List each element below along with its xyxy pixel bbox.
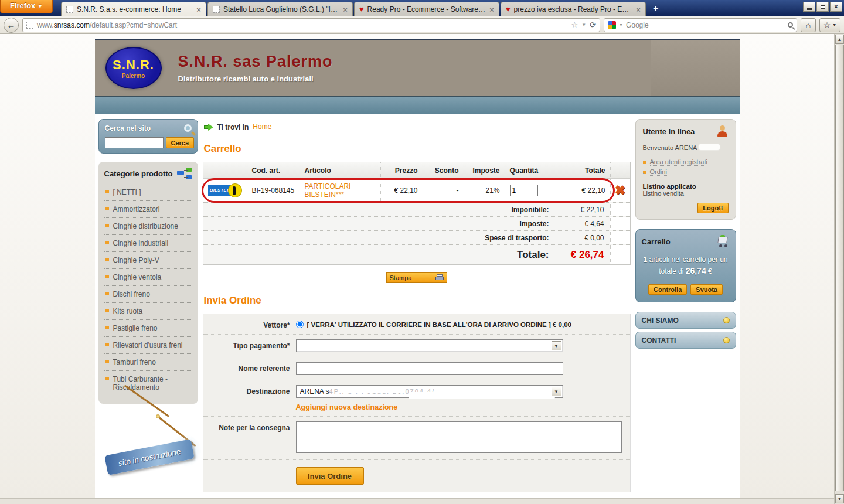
engine-dropdown-icon[interactable]: ▼	[619, 23, 623, 27]
cart-summary-text: 1 articoli nel carrello per un totale di…	[642, 254, 730, 277]
cart-item-row: BILSTEIN BI-19-068145 PARTICOLARI BILSTE…	[203, 179, 630, 202]
aggiungi-destinazione-link[interactable]: Aggiungi nuova destinazione	[296, 403, 398, 411]
spese-trasporto-label: Spese di trasporto:	[485, 234, 549, 242]
scroll-up-button[interactable]: ▲	[835, 35, 844, 44]
vertical-scrollbar[interactable]: ▲ ▼	[834, 34, 844, 504]
green-arrow-icon	[204, 124, 213, 131]
area-utenti-link[interactable]: Area utenti registrati	[643, 158, 729, 166]
category-item-tubi-carburante[interactable]: Tubi Carburante - Riscaldamento	[104, 370, 192, 396]
tab-close-icon[interactable]: ×	[196, 5, 201, 14]
item-name-link[interactable]: PARTICOLARI BILSTEIN***	[305, 182, 376, 199]
quantity-input[interactable]	[510, 185, 538, 196]
ordini-link[interactable]: Ordini	[643, 168, 729, 176]
back-button[interactable]: ←	[4, 18, 19, 33]
category-item-netti[interactable]: [ NETTI ]	[104, 184, 192, 200]
close-button[interactable]: ×	[830, 2, 842, 12]
category-item-ammortizzatori[interactable]: Ammortizzatori	[104, 200, 192, 217]
new-tab-button[interactable]: +	[647, 4, 664, 16]
site-search-input[interactable]	[105, 137, 164, 148]
site-title: S.N.R. sas Palermo	[178, 53, 333, 71]
site-search-panel: Cerca nel sito Cerca	[98, 119, 198, 154]
category-item-cinghie-industriali[interactable]: Cinghie industriali	[104, 234, 192, 251]
total-label: Totale:	[517, 249, 549, 261]
col-imposte: Imposte	[464, 162, 505, 178]
tab-statello[interactable]: Statello Luca Guglielmo (S.G.L.) "Inform…	[207, 2, 353, 16]
nail-icon	[156, 414, 160, 418]
search-box[interactable]: ▼ Google	[604, 18, 797, 32]
bullet-icon	[106, 190, 109, 193]
bookmark-star-icon[interactable]: ☆	[571, 21, 578, 29]
note-consegna-textarea[interactable]	[296, 421, 622, 453]
select-dropdown-icon[interactable]: ▼	[552, 341, 561, 350]
page-viewport: S.N.R. Palermo S.N.R. sas Palermo Distri…	[0, 34, 834, 498]
minimize-button[interactable]	[803, 2, 815, 12]
horizontal-scrollbar[interactable]	[0, 498, 834, 504]
snr-logo: S.N.R. Palermo	[106, 47, 162, 89]
destinazione-select[interactable]: ARENA s 4Pl. u . . JSuu. 20.0704 4/ ▼	[296, 385, 563, 398]
url-text: www.snrsas.com/default.asp?cmd=showCart	[37, 21, 177, 29]
category-item-rilevatori[interactable]: Rilevatori d'usura freni	[104, 336, 192, 353]
url-dropdown-icon[interactable]: ▼	[581, 22, 586, 28]
tab-title: Statello Luca Guglielmo (S.G.L.) "Inform…	[223, 5, 339, 13]
bookmarks-star-icon: ☆	[823, 21, 831, 30]
user-panel-title: Utente in linea	[643, 127, 695, 136]
controlla-button[interactable]: Controlla	[648, 284, 687, 295]
bookmarks-button[interactable]: ☆▼	[819, 18, 840, 32]
summary-row: Imponibile: € 22,10	[203, 202, 630, 216]
url-bar[interactable]: www.snrsas.com/default.asp?cmd=showCart …	[22, 18, 600, 32]
home-button[interactable]: ⌂	[801, 18, 816, 32]
reload-icon[interactable]: ⟳	[590, 21, 596, 29]
tab-close-icon[interactable]: ×	[489, 5, 494, 14]
nome-referente-input[interactable]	[296, 362, 563, 375]
right-sidebar: Utente in linea Benvenuto ARENA Area ute…	[635, 119, 736, 498]
delete-item-icon[interactable]: ✖	[615, 185, 625, 196]
submit-row: Invia Ordine	[203, 459, 630, 492]
bullet-icon	[106, 207, 109, 210]
item-tax: 21%	[464, 179, 505, 202]
category-item-cinghie-distribuzione[interactable]: Cinghie distribuzione	[104, 217, 192, 234]
print-button[interactable]: Stampa	[386, 272, 447, 283]
note-consegna-label: Note per la consegna	[209, 421, 296, 432]
vettore-radio[interactable]	[296, 321, 304, 328]
bullet-icon	[106, 241, 109, 244]
search-icon[interactable]	[788, 22, 793, 28]
tab-prezzo-iva[interactable]: ♥ prezzo iva esclusa - Ready Pro - Ecomm…	[501, 2, 646, 16]
categories-title: Categorie prodotto	[104, 169, 173, 178]
tab-snr-home[interactable]: S.N.R. S.a.s. e-commerce: Home ×	[61, 2, 206, 16]
invia-ordine-button[interactable]: Invia Ordine	[296, 467, 364, 485]
bullet-icon	[106, 377, 109, 380]
listino-value: Listino vendita	[643, 190, 684, 197]
tab-close-icon[interactable]: ×	[636, 5, 641, 14]
breadcrumb-home-link[interactable]: Home	[253, 122, 271, 131]
tab-readypro[interactable]: ♥ Ready Pro - Ecommerce - Software Gesti…	[354, 2, 499, 16]
redaction-blob	[409, 392, 555, 399]
category-item-cinghie-ventola[interactable]: Cinghie ventola	[104, 268, 192, 285]
chevron-down-icon: ▼	[38, 4, 43, 9]
category-item-kits-ruota[interactable]: Kits ruota	[104, 302, 192, 319]
nome-referente-label: Nome referente	[209, 362, 296, 373]
scroll-down-button[interactable]: ▼	[835, 494, 844, 503]
restore-button[interactable]	[816, 2, 829, 12]
site-search-button[interactable]: Cerca	[166, 137, 195, 148]
printer-icon	[435, 274, 444, 281]
categories-panel: Categorie prodotto [ NETTI ] Ammortizzat…	[98, 162, 198, 404]
chi-siamo-bar[interactable]: CHI SIAMO	[635, 312, 736, 329]
bullet-icon	[106, 360, 109, 363]
category-item-dischi-freno[interactable]: Dischi freno	[104, 285, 192, 302]
placeholder-favicon	[26, 22, 33, 29]
tab-title: Ready Pro - Ecommerce - Software Gesti..…	[367, 5, 486, 13]
svuota-button[interactable]: Svuota	[690, 284, 723, 295]
logoff-button[interactable]: Logoff	[697, 203, 728, 213]
firefox-menu-button[interactable]: Firefox ▼	[0, 0, 53, 13]
site-container: S.N.R. Palermo S.N.R. sas Palermo Distri…	[95, 39, 740, 498]
select-dropdown-icon[interactable]: ▼	[552, 387, 561, 396]
tipo-pagamento-select[interactable]: ▼	[296, 339, 563, 352]
category-item-pastiglie-freno[interactable]: Pastiglie freno	[104, 319, 192, 336]
scrollbar-thumb[interactable]	[835, 45, 844, 491]
category-item-tamburi-freno[interactable]: Tamburi freno	[104, 353, 192, 370]
category-item-cinghie-polyv[interactable]: Cinghie Poly-V	[104, 251, 192, 268]
tab-close-icon[interactable]: ×	[343, 5, 348, 14]
bullet-icon	[106, 258, 109, 261]
tab-title: S.N.R. S.a.s. e-commerce: Home	[77, 5, 193, 13]
contatti-bar[interactable]: CONTATTI	[635, 332, 736, 349]
